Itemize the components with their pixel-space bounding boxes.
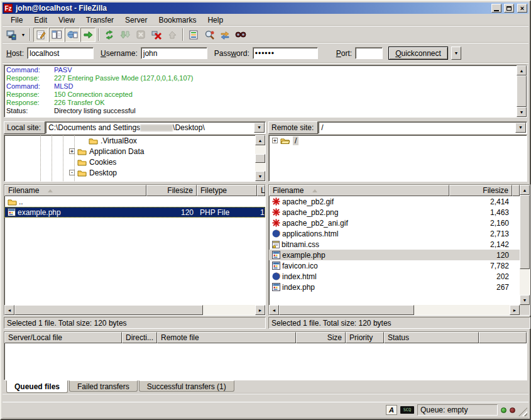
local-site-combobox[interactable]: C:\Documents and Settings\Desktop\ ▼ [45, 121, 266, 134]
broken-image-icon [272, 208, 280, 216]
column-header-filename[interactable]: Filename [4, 185, 146, 196]
compare-directories-icon[interactable] [202, 28, 217, 42]
scroll-left-icon[interactable]: ◄ [269, 305, 279, 315]
speed-limit-icon[interactable]: SCQ [400, 406, 414, 414]
local-list-hscrollbar[interactable]: ◄ ► [4, 305, 265, 315]
file-row[interactable]: favicon.ico 7,782 [269, 260, 520, 271]
firefox-html-icon [272, 272, 280, 280]
local-tree-pane: Local site: C:\Documents and Settings\De… [4, 121, 266, 182]
synchronized-browsing-icon[interactable] [217, 28, 233, 42]
column-header-size[interactable]: Size [296, 332, 346, 343]
scroll-right-icon[interactable]: ► [255, 305, 265, 315]
site-manager-dropdown-icon[interactable]: ▼ [19, 28, 27, 42]
menu-file[interactable]: File [5, 14, 28, 26]
scroll-up-icon[interactable]: ▲ [517, 65, 527, 75]
cancel-operation-icon[interactable] [133, 28, 148, 42]
file-row[interactable]: apache_pb2.gif 2,414 [269, 196, 520, 207]
tab-queued-files[interactable]: Queued files [6, 380, 68, 393]
menu-bookmarks[interactable]: Bookmarks [153, 14, 202, 26]
file-row[interactable]: bitnami.css 2,142 [269, 239, 520, 250]
menu-help[interactable]: Help [202, 14, 229, 26]
column-header-filetype[interactable]: Filetype [197, 185, 257, 196]
toggle-transfer-queue-icon[interactable] [80, 28, 96, 42]
scroll-down-icon[interactable]: ▼ [517, 107, 527, 117]
scroll-up-icon[interactable]: ▲ [520, 185, 530, 195]
file-row[interactable]: applications.html 2,713 [269, 228, 520, 239]
remote-site-label: Remote site: [268, 121, 318, 134]
toggle-local-tree-icon[interactable] [49, 28, 64, 42]
scroll-down-icon[interactable]: ▼ [520, 295, 530, 305]
remote-status-text: Selected 1 file. Total size: 120 bytes [268, 317, 530, 329]
remote-list-vscrollbar[interactable]: ▲ ▼ [520, 185, 530, 305]
scroll-left-icon[interactable]: ◄ [4, 305, 14, 315]
minimize-button[interactable] [491, 4, 501, 13]
process-queue-icon[interactable] [118, 28, 133, 42]
host-input[interactable] [27, 47, 94, 59]
scrollbar-thumb[interactable] [517, 75, 527, 107]
expand-plus-icon[interactable]: + [272, 138, 278, 143]
tree-item-cookies[interactable]: Cookies [4, 157, 255, 167]
log-scrollbar[interactable]: ▲ ▼ [517, 65, 527, 117]
file-row[interactable]: index.html 202 [269, 271, 520, 282]
remote-directory-tree: + / [268, 135, 527, 182]
port-input[interactable] [355, 47, 383, 59]
parent-directory-row[interactable]: .. [4, 196, 265, 207]
column-header-last-modified[interactable]: L [257, 185, 265, 196]
local-tree-scrollbar[interactable]: ▲ ▼ [255, 135, 265, 181]
quickconnect-dropdown-icon[interactable]: ▼ [451, 47, 461, 60]
find-files-icon[interactable] [233, 28, 248, 42]
scrollbar-thumb[interactable] [279, 305, 414, 315]
file-row[interactable]: apache_pb2_ani.gif 2,160 [269, 218, 520, 228]
filter-icon[interactable] [186, 28, 201, 42]
tree-item-virtualbox[interactable]: .VirtualBox [4, 135, 255, 146]
tree-guide-line [63, 135, 63, 181]
menu-edit[interactable]: Edit [28, 14, 53, 26]
tab-failed-transfers[interactable]: Failed transfers [69, 380, 138, 392]
php-file-icon [8, 208, 16, 216]
password-input[interactable] [253, 47, 318, 59]
column-header-direction[interactable]: Directi... [122, 332, 157, 343]
tab-successful-transfers[interactable]: Successful transfers (1) [139, 380, 234, 392]
username-input[interactable] [141, 47, 207, 59]
site-manager-icon[interactable] [4, 28, 19, 42]
chevron-down-icon[interactable]: ▼ [254, 123, 265, 133]
remote-site-combobox[interactable]: / ▼ [318, 121, 527, 134]
tree-item-desktop[interactable]: - Desktop [4, 167, 255, 178]
scroll-up-icon[interactable]: ▲ [255, 135, 265, 145]
column-header-server-local-file[interactable]: Server/Local file [4, 332, 122, 343]
tree-item-root[interactable]: + / [269, 135, 527, 146]
reconnect-icon[interactable] [165, 28, 180, 42]
refresh-icon[interactable] [102, 28, 117, 42]
quickconnect-button[interactable]: Quickconnect [388, 47, 448, 60]
toggle-message-log-icon[interactable] [33, 28, 48, 42]
maximize-button[interactable] [504, 4, 514, 13]
column-header-remote-file[interactable]: Remote file [157, 332, 296, 343]
title-bar[interactable]: Fz john@localhost - FileZilla × [3, 3, 528, 14]
remote-list-hscrollbar[interactable]: ◄ ► [269, 305, 530, 315]
scrollbar-thumb[interactable] [520, 195, 530, 269]
scrollbar-thumb[interactable] [14, 305, 203, 315]
disconnect-icon[interactable] [149, 28, 164, 42]
toggle-remote-tree-icon[interactable] [65, 28, 80, 42]
column-header-filesize[interactable]: Filesize [449, 185, 512, 196]
menu-transfer[interactable]: Transfer [80, 14, 119, 26]
column-header-filename[interactable]: Filename [269, 185, 449, 196]
column-header-filesize[interactable]: Filesize [146, 185, 197, 196]
column-header-status[interactable]: Status [384, 332, 479, 343]
file-row-example-php[interactable]: example.php 120 PHP File 1 [4, 207, 265, 218]
queue-tabs: Queued files Failed transfers Successful… [3, 380, 528, 394]
tree-item-application-data[interactable]: + Application Data [4, 146, 255, 157]
password-label: Password: [214, 49, 249, 58]
menu-view[interactable]: View [53, 14, 80, 26]
file-row-selected[interactable]: example.php 120 [269, 250, 520, 260]
file-row[interactable]: index.php 267 [269, 282, 520, 292]
menu-server[interactable]: Server [119, 14, 153, 26]
file-row[interactable]: apache_pb2.png 1,463 [269, 207, 520, 218]
scrollbar-thumb[interactable] [255, 154, 265, 163]
scroll-down-icon[interactable]: ▼ [255, 171, 265, 181]
chevron-down-icon[interactable]: ▼ [515, 123, 526, 133]
close-button[interactable]: × [517, 4, 527, 13]
resize-grip[interactable] [518, 407, 527, 416]
column-header-priority[interactable]: Priority [346, 332, 384, 343]
scroll-right-icon[interactable]: ► [510, 305, 520, 315]
